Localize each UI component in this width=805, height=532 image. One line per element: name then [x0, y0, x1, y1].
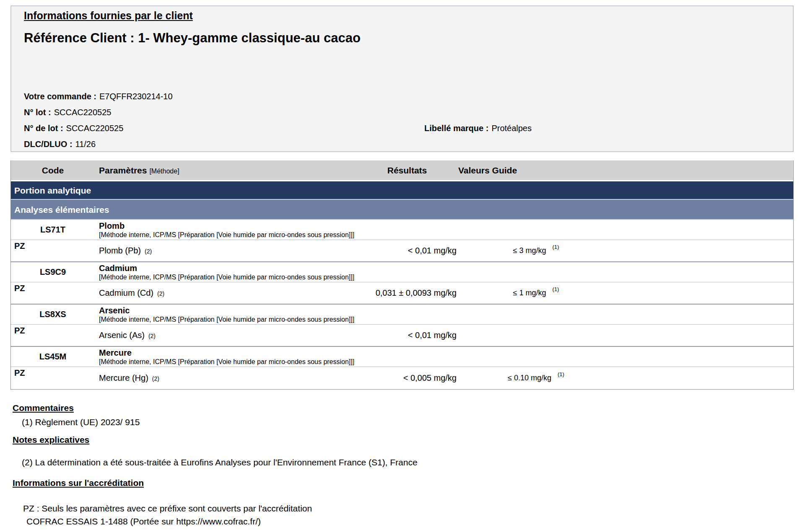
guide-note: (1) [558, 371, 564, 377]
parameter-note: (2) [148, 333, 156, 339]
parameter-header-row: LS71T Plomb [Méthode interne, ICP/MS [Pr… [11, 220, 793, 240]
parameter-name: Arsenic [99, 306, 357, 315]
parameter-method: [Méthode interne, ICP/MS [Préparation [V… [99, 231, 357, 239]
parameter-title-cell: Arsenic [Méthode interne, ICP/MS [Prépar… [95, 306, 357, 323]
guide-value-cell: ≤ 0.10 mg/kg(1) [457, 374, 615, 382]
parameter-note: (2) [157, 290, 164, 297]
guide-note: (1) [553, 286, 559, 292]
parameter-note: (2) [152, 375, 159, 382]
section-band-portion-analytique: Portion analytique [11, 181, 793, 200]
result-row: PZ Plomb (Pb)(2) < 0,01 mg/kg ≤ 3 mg/kg(… [11, 240, 793, 262]
guide-note: (1) [553, 244, 559, 250]
result-value: < 0,005 mg/kg [357, 373, 457, 383]
client-info-fields: Votre commande :E7QFFR230214-10 N° lot :… [24, 88, 173, 152]
comments-heading: Commentaires [13, 403, 74, 413]
parameter-method: [Méthode interne, ICP/MS [Préparation [V… [99, 358, 357, 366]
result-row: PZ Mercure (Hg)(2) < 0,005 mg/kg ≤ 0.10 … [11, 367, 793, 389]
parameter-label-cell: Plomb (Pb)(2) [95, 246, 357, 256]
accreditation-line-1: PZ : Seuls les paramètres avec ce préfix… [23, 504, 312, 514]
guide-value: ≤ 3 mg/kg [513, 246, 546, 255]
parameter-code: LS71T [11, 225, 95, 235]
parameter-label: Arsenic (As) [99, 331, 145, 340]
parameter-title-cell: Plomb [Méthode interne, ICP/MS [Préparat… [95, 221, 357, 239]
parameter-header-row: LS8XS Arsenic [Méthode interne, ICP/MS [… [11, 305, 793, 325]
client-field-brand: Libellé marque :Protéalpes [424, 120, 532, 136]
notes-heading: Notes explicatives [13, 435, 89, 445]
field-value: E7QFFR230214-10 [99, 92, 173, 101]
lab-report-page: Informations fournies par le client Réfé… [0, 0, 805, 532]
parameter-header-row: LS9C9 Cadmium [Méthode interne, ICP/MS [… [11, 262, 793, 282]
client-info-box: Informations fournies par le client Réfé… [10, 5, 794, 152]
field-value: SCCAC220525 [66, 124, 124, 133]
result-value: < 0,01 mg/kg [357, 246, 457, 256]
client-info-title: Informations fournies par le client [24, 10, 193, 22]
parameter-label-cell: Cadmium (Cd)(2) [95, 288, 357, 298]
parameter-group-mercure: LS45M Mercure [Méthode interne, ICP/MS [… [11, 347, 793, 389]
comment-line-1: (1) Règlement (UE) 2023/ 915 [22, 417, 140, 427]
column-header-guide-values: Valeurs Guide [457, 165, 615, 176]
result-row: PZ Arsenic (As)(2) < 0,01 mg/kg [11, 325, 793, 347]
parameter-name: Plomb [99, 221, 357, 231]
table-header-row: Code Paramètres[Méthode] Résultats Valeu… [11, 160, 793, 181]
column-header-method-note: [Méthode] [149, 168, 179, 175]
parameter-group-plomb: LS71T Plomb [Méthode interne, ICP/MS [Pr… [11, 220, 793, 262]
guide-value-cell: ≤ 3 mg/kg(1) [457, 246, 615, 255]
column-header-results: Résultats [357, 165, 457, 176]
parameter-name: Cadmium [99, 263, 357, 273]
accreditation-prefix: PZ [11, 325, 95, 336]
parameter-code: LS8XS [11, 310, 95, 319]
parameter-method: [Méthode interne, ICP/MS [Préparation [V… [99, 315, 357, 323]
field-value: 11/26 [75, 139, 96, 149]
parameter-code: LS9C9 [11, 267, 95, 277]
parameter-label-cell: Arsenic (As)(2) [95, 331, 357, 340]
result-value: < 0,01 mg/kg [357, 331, 457, 340]
guide-value: ≤ 1 mg/kg [513, 289, 546, 297]
parameter-group-arsenic: LS8XS Arsenic [Méthode interne, ICP/MS [… [11, 305, 793, 347]
field-label: N° lot : [24, 108, 51, 117]
parameter-name: Mercure [99, 348, 357, 358]
result-row: PZ Cadmium (Cd)(2) 0,031 ± 0,0093 mg/kg … [11, 282, 793, 305]
accreditation-heading: Informations sur l'accréditation [13, 478, 144, 488]
parameter-code: LS45M [11, 352, 95, 362]
parameter-title-cell: Mercure [Méthode interne, ICP/MS [Prépar… [95, 348, 357, 366]
section-band-analyses-elementaires: Analyses élémentaires [11, 200, 793, 220]
field-label: DLC/DLUO : [24, 139, 73, 149]
parameter-title-cell: Cadmium [Méthode interne, ICP/MS [Prépar… [95, 263, 357, 281]
field-label: Libellé marque : [424, 124, 488, 133]
parameter-label: Cadmium (Cd) [99, 288, 153, 297]
guide-value: ≤ 0.10 mg/kg [508, 374, 551, 382]
parameter-label: Mercure (Hg) [99, 373, 148, 382]
parameter-header-row: LS45M Mercure [Méthode interne, ICP/MS [… [11, 347, 793, 367]
field-value: SCCAC220525 [54, 108, 112, 117]
accreditation-prefix: PZ [11, 367, 95, 378]
client-field-order: Votre commande :E7QFFR230214-10 [24, 88, 173, 104]
client-reference: Référence Client : 1- Whey-gamme classiq… [24, 31, 361, 46]
note-line-2: (2) La détermination a été sous-traitée … [22, 457, 418, 467]
parameter-label-cell: Mercure (Hg)(2) [95, 373, 357, 383]
result-value: 0,031 ± 0,0093 mg/kg [357, 288, 457, 298]
guide-value-cell: ≤ 1 mg/kg(1) [457, 289, 615, 297]
parameter-note: (2) [145, 248, 152, 255]
parameter-group-cadmium: LS9C9 Cadmium [Méthode interne, ICP/MS [… [11, 262, 793, 305]
analysis-table: Code Paramètres[Méthode] Résultats Valeu… [10, 160, 794, 390]
column-header-code: Code [11, 165, 95, 176]
parameter-method: [Méthode interne, ICP/MS [Préparation [V… [99, 273, 357, 281]
client-field-dlc: DLC/DLUO :11/26 [24, 136, 173, 152]
field-label: Votre commande : [24, 92, 96, 101]
parameter-label: Plomb (Pb) [99, 246, 141, 255]
column-header-parameters-label: Paramètres [99, 165, 147, 175]
client-field-lot: N° lot :SCCAC220525 [24, 104, 173, 120]
accreditation-line-2: COFRAC ESSAIS 1-1488 (Portée sur https:/… [26, 517, 261, 527]
accreditation-prefix: PZ [11, 240, 95, 251]
field-value: Protéalpes [491, 124, 532, 133]
column-header-parameters: Paramètres[Méthode] [95, 165, 357, 176]
client-field-lot-number: N° de lot :SCCAC220525 [24, 120, 173, 136]
accreditation-prefix: PZ [11, 282, 95, 293]
field-label: N° de lot : [24, 124, 63, 133]
